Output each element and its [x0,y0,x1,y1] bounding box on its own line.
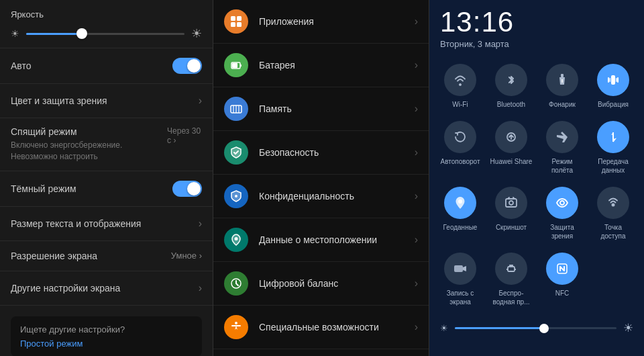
qs-item[interactable]: NFC [538,247,586,310]
quick-settings-panel: 13:16 Вторник, 3 марта Wi-FiBluetoothФон… [429,0,644,356]
qs-icon-share [495,121,527,153]
menu-item-label: Приложения [259,16,415,27]
svg-rect-0 [231,16,235,21]
svg-point-14 [235,322,237,324]
qs-icon-bluetooth [495,64,527,96]
qs-item[interactable]: Bluetooth [487,58,535,113]
qs-item[interactable]: Запись с экрана [436,247,484,310]
hint-text: Ищете другие настройки? [20,324,193,335]
menu-item[interactable]: Батарея› [213,44,429,87]
svg-point-28 [509,201,513,205]
qs-item[interactable]: Режим полёта [538,116,586,179]
chevron-icon: › [199,218,202,230]
color-vision-row[interactable]: Цвет и защита зрения › [0,84,213,118]
menu-item[interactable]: Цифровой баланс› [213,262,429,306]
qs-icon-airplane [546,121,578,153]
clock-area: 13:16 Вторник, 3 марта [429,0,644,53]
auto-toggle[interactable] [172,58,202,74]
qs-item[interactable]: Автоповорот [436,116,484,179]
qs-item-label: Huawei Share [490,157,533,166]
menu-item[interactable]: Безопасность› [213,131,429,175]
svg-point-11 [235,195,237,197]
qs-item[interactable]: Huawei Share [487,116,535,179]
menu-item-label: Память [259,103,415,114]
quick-settings-grid: Wi-FiBluetoothФонарикВибрацияАвтоповорот… [429,53,644,316]
qs-item[interactable]: Wi-Fi [436,58,484,113]
menu-item-label: Специальные возможности [259,322,415,332]
auto-brightness-row[interactable]: Авто [0,48,213,84]
brightness-slider-bottom[interactable] [455,327,616,329]
menu-chevron-icon: › [415,321,418,333]
qs-item-label: Режим полёта [541,157,584,175]
menu-item[interactable]: Специальные возможности› [213,306,429,349]
other-settings-row[interactable]: Другие настройки экрана › [0,271,213,306]
qs-icon-location [444,187,476,219]
sleep-mode-header: Спящий режим Включено энергосбережение. … [11,126,202,163]
sleep-time-value: Через 30 с › [167,126,202,145]
svg-rect-2 [231,22,235,27]
resolution-row[interactable]: Разрешение экрана Умное › [0,241,213,271]
menu-item[interactable]: Приложения› [213,0,429,44]
menu-item-icon [224,9,248,34]
sleep-mode-label: Спящий режим [11,126,167,137]
qs-icon-wireless [495,253,527,285]
resolution-label: Разрешение экрана [11,251,97,261]
menu-item-label: Конфиденциальность [259,191,415,202]
qs-item[interactable]: Скриншот [487,181,535,244]
svg-point-30 [612,204,615,207]
qs-icon-hotspot [597,187,629,219]
brightness-label: Яркость [11,9,202,19]
menu-item[interactable]: Пользователи и аккаунты› [213,349,429,356]
svg-rect-19 [608,77,609,83]
menu-item-icon [224,53,248,77]
qs-item[interactable]: Защита зрения [538,181,586,244]
qs-item[interactable]: Передача данных [589,116,637,179]
menu-chevron-icon: › [415,190,418,202]
brightness-slider[interactable] [26,33,184,35]
svg-rect-1 [237,16,241,21]
sun-small-icon: ☀ [11,28,19,39]
menu-chevron-icon: › [415,59,418,71]
qs-item[interactable]: Точка доступа [589,181,637,244]
hint-link[interactable]: Простой режим [20,339,193,349]
chevron-icon: › [199,95,202,107]
qs-item-label: Wi-Fi [452,100,468,109]
qs-icon-rotate [444,121,476,153]
sleep-mode-info: Спящий режим Включено энергосбережение. … [11,126,167,163]
chevron-icon: › [199,282,202,294]
qs-icon-data [597,121,629,153]
menu-item-icon [224,97,248,121]
menu-item[interactable]: Память› [213,87,429,131]
qs-item-label: Беспро-водная пр... [490,289,533,306]
menu-chevron-icon: › [415,277,418,290]
brightness-row: ☀ ☀ [11,26,202,41]
menu-item[interactable]: Данные о местоположении› [213,218,429,262]
qs-item-label: Передача данных [592,157,635,175]
color-vision-label: Цвет и защита зрения [11,95,107,106]
qs-item[interactable]: Фонарик [538,58,586,113]
svg-point-26 [458,199,462,204]
menu-item[interactable]: Конфиденциальность› [213,175,429,218]
qs-icon-vibration [597,64,629,96]
text-size-row[interactable]: Размер текста и отображения › [0,207,213,241]
qs-icon-wifi [444,64,476,96]
qs-item-label: Защита зрения [541,223,584,240]
dark-mode-toggle[interactable] [172,181,202,197]
svg-point-29 [560,201,564,205]
menu-item-icon [224,228,248,252]
display-settings-panel: Яркость ☀ ☀ Авто Цвет и защита зрения › … [0,0,213,356]
other-settings-label: Другие настройки экрана [11,283,120,294]
sleep-mode-desc: Включено энергосбережение. Невозможно на… [11,140,167,163]
menu-chevron-icon: › [415,15,418,28]
qs-item-label: NFC [555,289,570,298]
svg-rect-16 [561,74,564,77]
qs-item[interactable]: Вибрация [589,58,637,113]
qs-item[interactable]: Беспро-водная пр... [487,247,535,310]
qs-item-label: Автоповорот [440,157,480,166]
menu-list: Приложения›Батарея›Память›Безопасность›К… [213,0,429,356]
qs-item-label: Скриншот [496,223,527,232]
menu-item-label: Цифровой баланс [259,278,415,289]
qs-item-label: Запись с экрана [439,289,482,306]
qs-item[interactable]: Геоданные [436,181,484,244]
dark-mode-row[interactable]: Тёмный режим [0,171,213,207]
